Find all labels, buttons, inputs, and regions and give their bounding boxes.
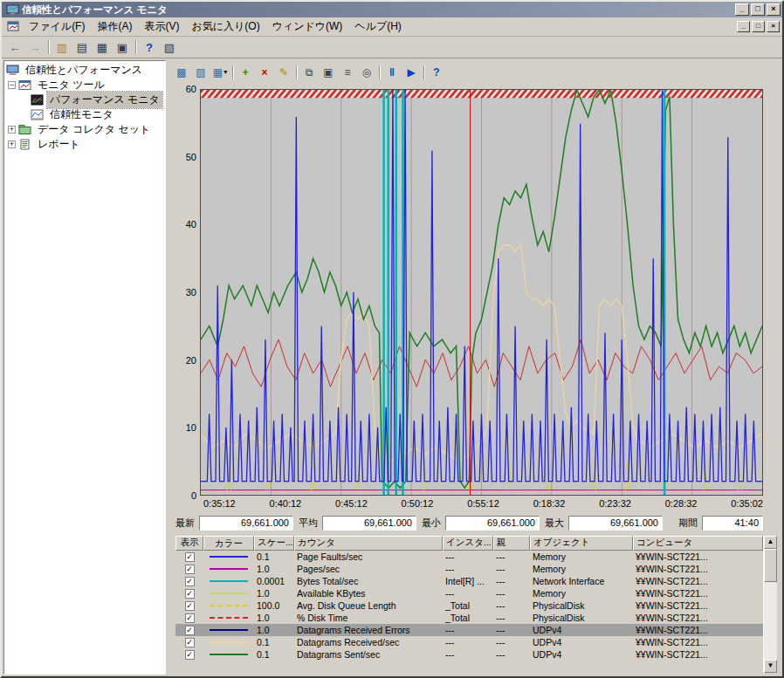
show-checkbox[interactable]: ✓: [185, 565, 195, 574]
menu-item[interactable]: お気に入り(O): [185, 17, 265, 36]
legend-row[interactable]: ✓1.0Datagrams Received Errors------UDPv4…: [175, 624, 763, 636]
mdi-restore-button[interactable]: □: [752, 21, 765, 32]
legend-cell: Datagrams Sent/sec: [294, 649, 443, 660]
legend-cell: ---: [493, 564, 530, 574]
tree-item-label[interactable]: レポート: [35, 136, 83, 153]
maximize-button[interactable]: □: [751, 3, 765, 16]
expand-icon[interactable]: +: [8, 140, 16, 148]
help-toolbar-icon[interactable]: ?: [140, 38, 159, 56]
legend-row[interactable]: ✓0.1Datagrams Sent/sec------UDPv4¥¥WIN-S…: [175, 648, 763, 661]
legend-row[interactable]: ✓1.0Available KBytes------Memory¥¥WIN-SC…: [175, 587, 763, 599]
legend-column-header[interactable]: 親: [493, 536, 530, 551]
legend-cell: UDPv4: [530, 649, 633, 660]
legend-column-header[interactable]: オブジェクト: [530, 536, 633, 551]
export-list-icon[interactable]: ▤: [72, 38, 92, 56]
legend-column-header[interactable]: コンピュータ: [633, 536, 763, 551]
legend-cell: ¥¥WIN-SCT221...: [633, 613, 763, 623]
show-checkbox[interactable]: ✓: [185, 638, 195, 647]
minimum-label: 最小: [422, 517, 441, 530]
legend-column-header[interactable]: 表示: [175, 536, 203, 551]
tree-item[interactable]: +データ コレクタ セット: [4, 122, 165, 137]
forward-icon[interactable]: →: [25, 38, 45, 56]
show-checkbox[interactable]: ✓: [185, 577, 195, 586]
copy-properties-icon[interactable]: ⧉: [299, 64, 319, 81]
legend-row[interactable]: ✓1.0Pages/sec------Memory¥¥WIN-SCT221...: [175, 563, 763, 575]
mdi-buttons: _□×: [735, 21, 780, 32]
legend-cell: 0.1: [254, 551, 294, 562]
delete-counter-icon[interactable]: ×: [255, 64, 274, 81]
show-hide-tree-icon[interactable]: ▥: [52, 38, 72, 56]
legend-cell: ¥¥WIN-SCT221...: [633, 637, 763, 647]
legend-row[interactable]: ✓0.1Page Faults/sec------Memory¥¥WIN-SCT…: [175, 551, 763, 563]
freeze-display-icon[interactable]: ‖: [382, 64, 402, 81]
mdi-close-button[interactable]: ×: [767, 21, 780, 32]
expand-icon[interactable]: +: [8, 126, 16, 134]
update-data-icon[interactable]: ▶: [402, 64, 421, 81]
change-graph-type-icon[interactable]: ▦▾: [210, 64, 230, 81]
highlight-icon[interactable]: ✎: [274, 64, 293, 81]
legend-column-header[interactable]: インスタ...: [443, 536, 493, 551]
scroll-thumb[interactable]: [764, 549, 777, 582]
legend-row[interactable]: ✓100.0Avg. Disk Queue Length_Total---Phy…: [175, 599, 763, 612]
menu-item[interactable]: ヘルプ(H): [348, 17, 408, 36]
add-counter-icon[interactable]: +: [236, 64, 255, 81]
show-checkbox[interactable]: ✓: [185, 601, 195, 611]
counter-color-swatch: [210, 654, 248, 655]
legend-cell: UDPv4: [530, 625, 633, 635]
legend-cell: 1.0: [254, 588, 294, 599]
new-window-icon[interactable]: ▧: [160, 38, 179, 56]
legend-column-header[interactable]: スケー...: [254, 536, 294, 551]
legend-row[interactable]: ✓0.1Datagrams Received/sec------UDPv4¥¥W…: [175, 636, 763, 648]
tree-item[interactable]: 信頼性モニタ: [4, 107, 165, 122]
scroll-track[interactable]: [764, 549, 777, 660]
paste-counter-list-icon[interactable]: ▣: [319, 64, 338, 81]
properties-icon[interactable]: ≡: [338, 64, 357, 81]
tree-item[interactable]: −モニタ ツール: [4, 78, 165, 92]
back-icon[interactable]: ←: [5, 38, 24, 56]
zoom-icon[interactable]: ◎: [357, 64, 376, 81]
tree-item[interactable]: 信頼性とパフォーマンス: [4, 63, 165, 78]
legend-cell: _Total: [443, 613, 493, 623]
scroll-up-icon[interactable]: ▲: [764, 536, 777, 549]
counter-color-swatch: [210, 617, 248, 619]
view-current-activity-icon[interactable]: ▩: [172, 64, 191, 81]
close-button[interactable]: ×: [767, 3, 781, 16]
menu-item[interactable]: 操作(A): [91, 17, 138, 36]
show-checkbox[interactable]: ✓: [185, 650, 195, 660]
legend-column-header[interactable]: カラー: [203, 536, 254, 551]
show-checkbox[interactable]: ✓: [185, 552, 195, 562]
legend-row[interactable]: ✓1.0% Disk Time_Total---PhysicalDisk¥¥WI…: [175, 612, 763, 624]
counter-color-swatch: [210, 580, 248, 582]
counter-color-swatch: [210, 568, 248, 570]
legend-scrollbar[interactable]: ▲ ▼: [763, 536, 777, 673]
tree-item[interactable]: パフォーマンス モニタ: [4, 92, 165, 107]
properties-window-icon[interactable]: ▦: [93, 38, 112, 56]
scroll-down-icon[interactable]: ▼: [764, 660, 777, 673]
legend-column-header[interactable]: カウンタ: [294, 536, 443, 551]
show-checkbox[interactable]: ✓: [185, 613, 195, 623]
mdi-system-icon[interactable]: [7, 21, 20, 32]
minimize-button[interactable]: _: [735, 3, 749, 16]
collapse-icon[interactable]: −: [8, 81, 16, 89]
legend-cell: ---: [493, 588, 530, 599]
title-bar[interactable]: 信頼性とパフォーマンス モニタ _□×: [2, 2, 782, 17]
chart-region: 6050403020100 0:35:120:40:120:45:: [168, 84, 781, 509]
content-pane: ▩▨▦▾+×✎⧉▣≡◎‖▶? 6050403020100: [168, 60, 781, 675]
menu-item[interactable]: ウィンドウ(W): [266, 17, 349, 36]
x-tick-label: 0:45:12: [335, 498, 368, 509]
mdi-minimize-button[interactable]: _: [737, 21, 750, 32]
print-icon[interactable]: ▣: [113, 38, 132, 56]
menu-item[interactable]: ファイル(F): [23, 17, 91, 36]
legend-cell: ¥¥WIN-SCT221...: [633, 588, 763, 599]
menu-item[interactable]: 表示(V): [138, 17, 185, 36]
view-log-data-icon[interactable]: ▨: [191, 64, 210, 81]
legend-row[interactable]: ✓0.0001Bytes Total/secIntel[R] ...---Net…: [175, 575, 763, 587]
show-checkbox[interactable]: ✓: [185, 626, 195, 635]
average-label: 平均: [299, 517, 318, 530]
tree-item[interactable]: +レポート: [4, 137, 165, 152]
perfmon-toolbar: ▩▨▦▾+×✎⧉▣≡◎‖▶?: [168, 60, 781, 84]
toolbar-separator: [48, 40, 49, 54]
show-checkbox[interactable]: ✓: [185, 589, 195, 599]
legend-cell: Memory: [530, 564, 633, 574]
help-icon[interactable]: ?: [427, 64, 446, 81]
